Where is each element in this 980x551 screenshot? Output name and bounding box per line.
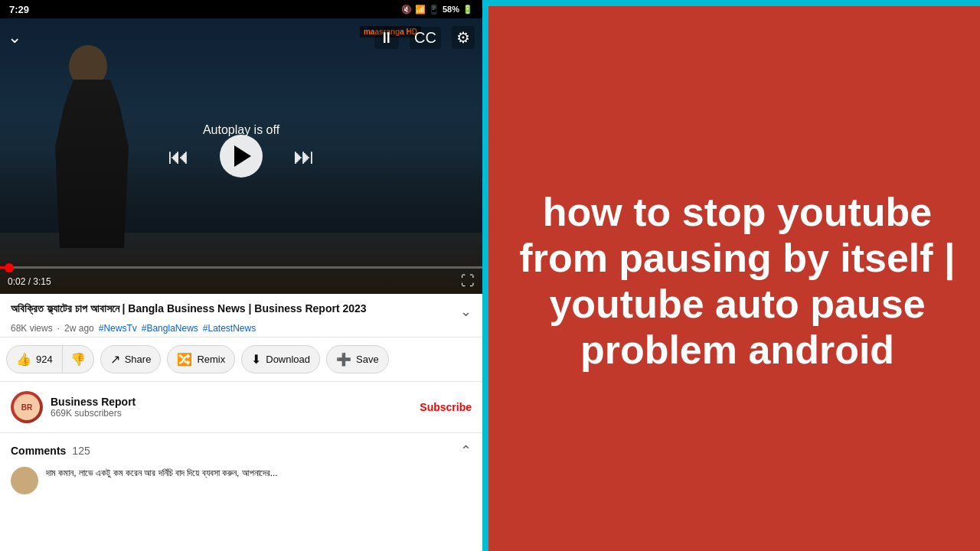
thumbs-up-icon: 👍 bbox=[16, 352, 31, 367]
next-button[interactable]: ⏭ bbox=[293, 144, 315, 169]
player-top-controls: ⌄ ⏸ CC ⚙ bbox=[8, 26, 475, 49]
signal-icon: 📱 bbox=[429, 5, 439, 15]
video-info: অবিক্রিত ফ্ল্যাটের চাপ আবাসনে | Bangla B… bbox=[0, 294, 482, 337]
right-panel-wrapper: how to stop youtube from pausing by itse… bbox=[482, 0, 980, 551]
status-time: 7:29 bbox=[9, 4, 29, 15]
player-bottom-info: 0:02 / 3:15 ⛶ bbox=[0, 269, 482, 294]
remix-icon: 🔀 bbox=[177, 352, 192, 367]
comments-header: Comments 125 ⌃ bbox=[11, 442, 472, 459]
like-dislike-group: 👍 924 👎 bbox=[6, 345, 94, 373]
thumbs-down-icon: 👎 bbox=[70, 352, 86, 367]
time-ago: 2w ago bbox=[64, 323, 94, 334]
separator: · bbox=[57, 323, 60, 334]
comment-text: দাম কমান, লাভে একটু কম করেন আর দর্নিচি ব… bbox=[46, 467, 278, 480]
download-button[interactable]: ⬇ Download bbox=[241, 345, 320, 373]
channel-details: Business Report 669K subscribers bbox=[51, 396, 136, 419]
channel-info: BR Business Report 669K subscribers Subs… bbox=[0, 382, 482, 433]
fullscreen-button[interactable]: ⛶ bbox=[461, 273, 475, 289]
comments-label: Comments bbox=[11, 445, 66, 457]
play-icon bbox=[234, 145, 251, 167]
left-panel: 7:29 🔇 📶 📱 58% 🔋 ⌄ ⏸ CC ⚙ maasranga bbox=[0, 0, 482, 551]
hashtag-newstv[interactable]: #NewsTv bbox=[99, 323, 137, 334]
player-bottom-controls: 0:02 / 3:15 ⛶ bbox=[0, 266, 482, 294]
comments-section: Comments 125 ⌃ দাম কমান, লাভে একটু কম কর… bbox=[0, 433, 482, 499]
right-panel-thumbnail: how to stop youtube from pausing by itse… bbox=[488, 6, 980, 551]
dislike-button[interactable]: 👎 bbox=[63, 345, 94, 373]
download-icon: ⬇ bbox=[251, 352, 261, 367]
comments-title-row: Comments 125 bbox=[11, 445, 90, 457]
play-button[interactable] bbox=[220, 135, 263, 178]
share-label: Share bbox=[125, 354, 152, 365]
player-top-right-controls: ⏸ CC ⚙ bbox=[374, 26, 475, 49]
like-button[interactable]: 👍 924 bbox=[6, 345, 63, 373]
share-icon: ↗ bbox=[110, 352, 120, 367]
thumbnail-title: how to stop youtube from pausing by itse… bbox=[504, 190, 971, 373]
expand-description-button[interactable]: ⌄ bbox=[460, 303, 472, 320]
status-bar: 7:29 🔇 📶 📱 58% 🔋 bbox=[0, 0, 482, 18]
subscribe-button[interactable]: Subscribe bbox=[420, 401, 472, 413]
comments-expand-button[interactable]: ⌃ bbox=[460, 442, 472, 459]
settings-button[interactable]: ⚙ bbox=[452, 26, 475, 49]
time-counter: 0:02 / 3:15 bbox=[8, 276, 51, 287]
previous-button[interactable]: ⏮ bbox=[168, 144, 189, 169]
remix-button[interactable]: 🔀 Remix bbox=[167, 345, 235, 373]
action-buttons-row: 👍 924 👎 ↗ Share 🔀 Remix ⬇ Download ➕ Sav… bbox=[0, 337, 482, 382]
video-title-row: অবিক্রিত ফ্ল্যাটের চাপ আবাসনে | Bangla B… bbox=[11, 302, 472, 320]
channel-avatar-inner: BR bbox=[14, 394, 40, 420]
video-player[interactable]: ⌄ ⏸ CC ⚙ maasranga HD Autoplay is off ⏮ … bbox=[0, 18, 482, 294]
view-count: 68K views bbox=[11, 323, 53, 334]
hashtag-banglanews[interactable]: #BanglaNews bbox=[142, 323, 198, 334]
commenter-avatar bbox=[11, 467, 38, 494]
save-button[interactable]: ➕ Save bbox=[326, 345, 389, 373]
like-count: 924 bbox=[36, 354, 53, 365]
battery-display: 58% bbox=[443, 5, 459, 14]
video-title: অবিক্রিত ফ্ল্যাটের চাপ আবাসনে | Bangla B… bbox=[11, 302, 454, 317]
video-meta: 68K views · 2w ago #NewsTv #BanglaNews #… bbox=[11, 323, 472, 334]
download-label: Download bbox=[266, 354, 310, 365]
wifi-icon: 📶 bbox=[415, 5, 426, 15]
channel-name: Business Report bbox=[51, 396, 136, 408]
comments-count: 125 bbox=[72, 445, 90, 457]
share-button[interactable]: ↗ Share bbox=[100, 345, 162, 373]
save-label: Save bbox=[356, 354, 379, 365]
collapse-button[interactable]: ⌄ bbox=[8, 28, 21, 47]
progress-bar[interactable] bbox=[0, 266, 482, 269]
channel-left: BR Business Report 669K subscribers bbox=[11, 391, 136, 423]
remix-label: Remix bbox=[197, 354, 225, 365]
battery-icon: 🔋 bbox=[462, 5, 473, 15]
hashtag-latestnews[interactable]: #LatestNews bbox=[203, 323, 256, 334]
channel-avatar[interactable]: BR bbox=[11, 391, 43, 423]
captions-button[interactable]: CC bbox=[410, 27, 441, 49]
mute-icon: 🔇 bbox=[401, 5, 412, 15]
pause-button[interactable]: ⏸ bbox=[374, 27, 399, 49]
status-icons: 🔇 📶 📱 58% 🔋 bbox=[401, 5, 473, 15]
save-icon: ➕ bbox=[336, 352, 351, 367]
time-display: 7:29 bbox=[9, 4, 29, 15]
comment-preview: দাম কমান, লাভে একটু কম করেন আর দর্নিচি ব… bbox=[11, 467, 472, 494]
channel-subscribers: 669K subscribers bbox=[51, 408, 136, 419]
player-center-controls: ⏮ ⏭ bbox=[168, 135, 315, 178]
